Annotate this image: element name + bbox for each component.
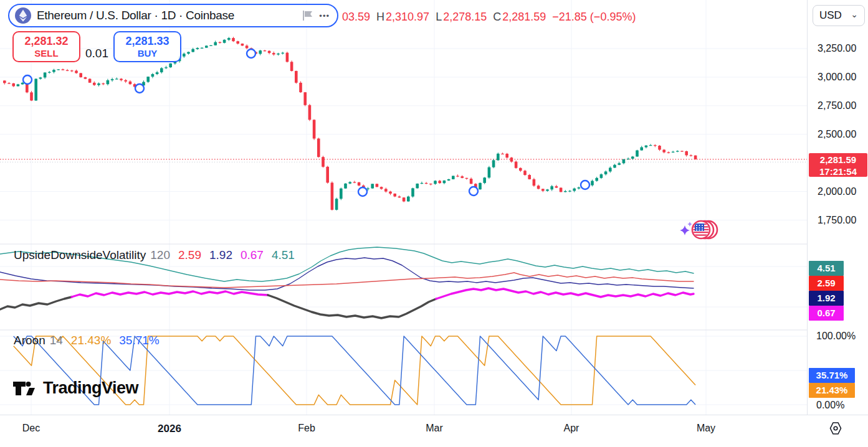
aroon-badge-0: 35.71% [809, 368, 855, 383]
candle-body [622, 159, 626, 163]
candle-body [443, 181, 446, 183]
axis-settings-icon[interactable] [829, 421, 842, 435]
candle-body [102, 83, 105, 84]
candle-body [214, 42, 217, 45]
candle-body [93, 83, 96, 85]
candle-body [3, 80, 6, 83]
event-marker-circle[interactable] [23, 75, 32, 84]
ohlc-open: 03.59 [342, 11, 370, 23]
candle-body [627, 159, 630, 159]
candle-body [146, 77, 150, 82]
candle-body [308, 105, 312, 120]
candle-body [429, 184, 432, 184]
candle-body [591, 181, 594, 186]
buy-price: 2,281.33 [115, 35, 180, 48]
candle-body [407, 197, 410, 202]
candle-body [568, 191, 571, 192]
candle-body [335, 199, 338, 210]
volatility-line-downside [0, 258, 694, 290]
price-tick-label: 3,250.00 [818, 43, 856, 54]
candle-body [541, 189, 545, 191]
candle-body [505, 154, 508, 158]
candle-body [39, 77, 42, 78]
candle-body [685, 151, 688, 155]
candle-body [313, 120, 316, 138]
candle-body [160, 68, 163, 72]
candle-body [515, 162, 518, 168]
volatility-legend[interactable]: UpsideDownsideVolatility1202.591.920.674… [14, 248, 295, 262]
candle-body [165, 67, 168, 68]
aroon-legend[interactable]: Aroon1421.43%35.71% [14, 334, 160, 347]
candle-body [340, 189, 343, 199]
candle-body [115, 78, 118, 79]
candle-body [501, 154, 504, 154]
candle-body [48, 72, 51, 73]
time-label-Dec: Dec [22, 423, 40, 434]
aroon-value-0: 21.43% [71, 334, 111, 347]
candle-body [169, 64, 172, 67]
more-options-icon[interactable]: ••• [319, 11, 330, 21]
candle-body [654, 145, 657, 146]
candle-body [358, 182, 361, 186]
candle-body [483, 177, 486, 183]
candle-body [353, 182, 356, 182]
candle-body [460, 176, 464, 178]
candle-body [676, 151, 679, 151]
candle-body [510, 158, 513, 161]
candle-body [272, 53, 275, 54]
price-axis[interactable]: USD ⌄ 3,250.003,000.002,750.002,500.002,… [807, 0, 868, 415]
candle-body [537, 186, 540, 189]
candle-body [662, 150, 665, 153]
ohlc-close-key: C [493, 11, 501, 23]
candle-body [438, 181, 441, 183]
candle-body [550, 186, 553, 189]
candle-body [421, 183, 424, 184]
aroon-value-1: 35.71% [119, 334, 159, 347]
candle-body [497, 154, 500, 161]
event-marker-circle[interactable] [358, 187, 367, 196]
candle-body [523, 171, 527, 175]
candle-body [129, 82, 132, 84]
candle-body [44, 72, 47, 77]
candle-body [600, 174, 603, 178]
candle-body [528, 175, 531, 179]
candle-body [618, 163, 621, 165]
candle-body [560, 188, 563, 192]
event-marker-circle[interactable] [135, 84, 144, 93]
candle-body [564, 191, 567, 192]
flag-icon[interactable] [302, 10, 314, 21]
candle-body [447, 179, 451, 181]
event-marker-circle[interactable] [581, 181, 589, 189]
volatility-value-3: 4.51 [272, 248, 295, 261]
buy-button[interactable]: 2,281.33 BUY [113, 31, 181, 62]
candle-body [573, 189, 576, 191]
last-price-value: 2,281.59 [809, 154, 867, 166]
candle-body [680, 151, 684, 151]
event-marker-circle[interactable] [469, 187, 478, 195]
currency-selector-button[interactable]: USD ⌄ [813, 5, 865, 26]
candle-body [631, 156, 634, 158]
time-label-Apr: Apr [564, 423, 579, 434]
candle-body [187, 52, 190, 54]
symbol-header-widget[interactable]: Ethereum / U.S. Dollar · 1D · Coinbase •… [8, 4, 338, 27]
economic-event-flag-icon[interactable] [676, 217, 718, 245]
candle-body [246, 45, 249, 48]
spread-value: 0.01 [85, 47, 108, 60]
time-label-May: May [697, 423, 715, 434]
candle-body [303, 92, 307, 105]
candle-body [7, 83, 11, 83]
candle-body [425, 183, 428, 184]
volatility-param: 120 [150, 248, 170, 261]
tradingview-logo[interactable]: TradingView [12, 377, 138, 398]
sell-button[interactable]: 2,281.32 SELL [12, 31, 80, 62]
candle-body [344, 184, 347, 189]
candle-body [434, 181, 437, 184]
candle-body [555, 186, 558, 187]
symbol-title: Ethereum / U.S. Dollar · 1D · Coinbase [37, 9, 297, 22]
volatility-badge-0: 4.51 [809, 261, 844, 276]
time-axis[interactable]: Dec2026FebMarAprMay [0, 415, 868, 447]
ethereum-icon [14, 7, 32, 24]
event-marker-circle[interactable] [247, 49, 255, 58]
candle-body [452, 176, 455, 179]
ohlc-low: 2,278.15 [443, 11, 487, 23]
